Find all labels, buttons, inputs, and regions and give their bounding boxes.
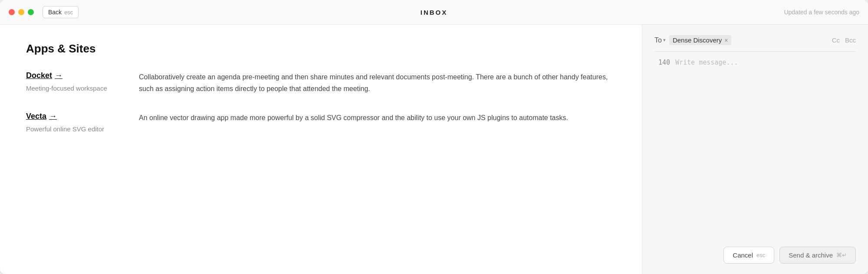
back-label: Back — [48, 9, 62, 16]
cancel-button[interactable]: Cancel esc — [723, 247, 774, 264]
section-title: Apps & Sites — [26, 42, 616, 55]
vecta-link[interactable]: Vecta → — [26, 112, 122, 121]
docket-name: Docket — [26, 71, 52, 80]
docket-arrow: → — [55, 71, 62, 80]
title-bar: Back esc INBOX Updated a few seconds ago — [0, 0, 868, 25]
right-panel: To ▾ Dense Discovery × Cc Bcc 140 Wri — [642, 25, 868, 274]
main-content: Apps & Sites Docket → Meeting-focused wo… — [0, 25, 868, 274]
compose-area: To ▾ Dense Discovery × Cc Bcc 140 Wri — [654, 35, 856, 264]
app-window: Back esc INBOX Updated a few seconds ago… — [0, 0, 868, 274]
back-button[interactable]: Back esc — [43, 6, 79, 18]
message-row: 140 Write message... — [654, 58, 856, 238]
cc-button[interactable]: Cc — [832, 36, 840, 44]
send-archive-button[interactable]: Send & archive ⌘↵ — [779, 247, 856, 264]
bcc-button[interactable]: Bcc — [845, 36, 856, 44]
left-panel: Apps & Sites Docket → Meeting-focused wo… — [0, 25, 642, 274]
message-input[interactable]: Write message... — [675, 58, 856, 66]
recipient-name: Dense Discovery — [673, 36, 722, 44]
close-button[interactable] — [9, 9, 15, 15]
to-text: To — [654, 36, 662, 44]
to-label[interactable]: To ▾ — [654, 36, 666, 44]
remove-recipient-button[interactable]: × — [724, 37, 728, 43]
recipient-chip: Dense Discovery × — [669, 35, 732, 45]
list-item: Vecta → Powerful online SVG editor An on… — [26, 112, 616, 134]
maximize-button[interactable] — [28, 9, 34, 15]
vecta-arrow: → — [49, 112, 57, 121]
back-esc-label: esc — [64, 9, 73, 16]
docket-subtitle: Meeting-focused workspace — [26, 84, 122, 93]
char-count: 140 — [654, 58, 670, 66]
send-label: Send & archive — [789, 251, 833, 259]
traffic-lights — [9, 9, 34, 15]
action-row: Cancel esc Send & archive ⌘↵ — [654, 247, 856, 264]
minimize-button[interactable] — [18, 9, 24, 15]
cancel-label: Cancel — [733, 251, 753, 259]
vecta-subtitle: Powerful online SVG editor — [26, 124, 122, 134]
chevron-down-icon: ▾ — [663, 37, 666, 43]
docket-link[interactable]: Docket → — [26, 71, 122, 80]
docket-description: Collaboratively create an agenda pre-mee… — [139, 71, 616, 95]
updated-status: Updated a few seconds ago — [784, 9, 859, 16]
inbox-title: INBOX — [421, 9, 448, 16]
vecta-name: Vecta — [26, 112, 46, 121]
item-left-docket: Docket → Meeting-focused workspace — [26, 71, 122, 93]
cc-bcc-area: Cc Bcc — [832, 36, 856, 44]
send-shortcut: ⌘↵ — [836, 252, 847, 258]
list-item: Docket → Meeting-focused workspace Colla… — [26, 71, 616, 95]
item-left-vecta: Vecta → Powerful online SVG editor — [26, 112, 122, 134]
cancel-shortcut: esc — [756, 252, 765, 258]
to-row: To ▾ Dense Discovery × Cc Bcc — [654, 35, 856, 52]
vecta-description: An online vector drawing app made more p… — [139, 112, 616, 124]
